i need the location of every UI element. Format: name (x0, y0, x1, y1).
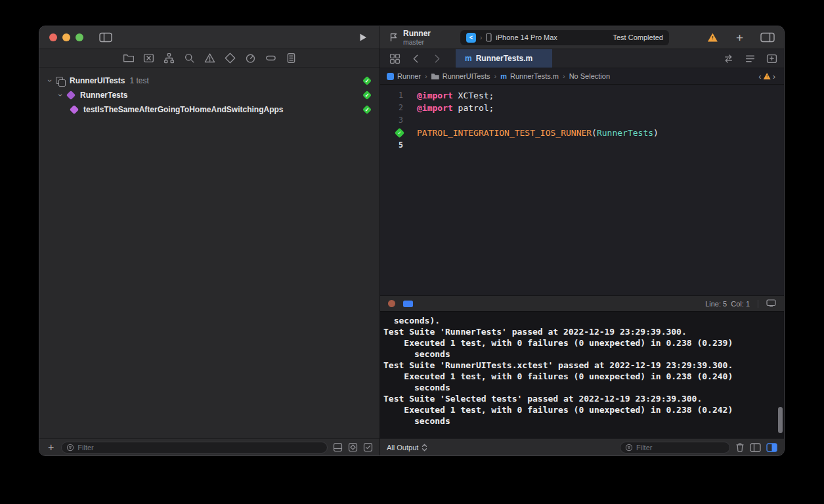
code-lines: 1@import XCTest;2@import patrol;3✓PATROL… (380, 89, 784, 152)
code-text: PATROL_INTEGRATION_TEST_IOS_RUNNER(Runne… (412, 127, 659, 139)
output-filter-label: All Output (387, 444, 418, 452)
code-line[interactable]: 2@import patrol; (380, 102, 784, 114)
test-pass-badge: ✓ (362, 76, 372, 85)
close-button[interactable] (49, 33, 57, 41)
breadcrumb-label: Runner (397, 72, 421, 80)
code-line[interactable]: 5 (380, 139, 784, 152)
disclosure-chevron-icon[interactable]: › (45, 76, 54, 85)
console-filter-input[interactable] (636, 444, 725, 452)
breakpoint-toggle-icon[interactable] (388, 300, 395, 307)
breadcrumb-separator: › (494, 72, 497, 80)
tree-row[interactable]: ›RunnerTests✓ (39, 88, 379, 102)
breadcrumb-item[interactable]: RunnerUITests (431, 72, 490, 80)
report-navigator-icon[interactable] (285, 52, 297, 64)
console-line: seconds (383, 415, 784, 427)
warning-badge-icon[interactable]: ! (708, 33, 718, 42)
run-destination: iPhone 14 Pro Max (496, 33, 557, 41)
scheme-selector[interactable]: Runner master (389, 29, 431, 47)
activity-status-bar[interactable]: < › iPhone 14 Pro Max Test Completed (460, 30, 669, 45)
breadcrumb-item[interactable]: mRunnerTests.m (500, 72, 559, 80)
minimap-icon[interactable] (745, 53, 756, 64)
test-navigator-icon[interactable] (224, 52, 236, 64)
line-number: 2 (380, 102, 412, 114)
console-line: Test Suite 'RunnerTests' passed at 2022-… (383, 326, 784, 337)
jump-bar: Runner›RunnerUITests›mRunnerTests.m›No S… (380, 68, 784, 85)
debug-navigator-icon[interactable] (244, 52, 256, 64)
show-only-tests-icon[interactable] (348, 442, 358, 452)
editor-tab[interactable]: m RunnerTests.m (456, 49, 552, 68)
tree-row[interactable]: ›RunnerUITests1 test✓ (39, 74, 379, 88)
tree-row[interactable]: testIsTheSameAfterGoingToHomeAndSwitchin… (39, 102, 379, 117)
folder-icon (431, 73, 439, 79)
scheme-icon (389, 33, 398, 42)
source-control-navigator-icon[interactable] (142, 52, 154, 64)
code-editor[interactable]: 1@import XCTest;2@import patrol;3✓PATROL… (380, 85, 784, 295)
code-line[interactable]: ✓PATROL_INTEGRATION_TEST_IOS_RUNNER(Runn… (380, 127, 784, 139)
minimize-button[interactable] (62, 33, 70, 41)
window-body: ›RunnerUITests1 test✓›RunnerTests✓testIs… (39, 49, 784, 455)
display-icon[interactable] (766, 299, 776, 308)
add-button[interactable]: + (46, 442, 56, 453)
breadcrumb-item[interactable]: No Selection (569, 72, 610, 80)
test-item-label: RunnerUITests (70, 76, 125, 85)
console-view-toggle-icon[interactable] (766, 443, 777, 452)
show-only-failed-tests-icon[interactable] (333, 442, 343, 452)
find-navigator-icon[interactable] (183, 52, 195, 64)
scheme-name: Runner (403, 29, 431, 38)
titlebar: Runner master < › iPhone 14 Pro Max Test… (39, 26, 784, 49)
console-line: Executed 1 test, with 0 failures (0 unex… (383, 337, 784, 348)
variables-view-toggle-icon[interactable] (750, 443, 761, 452)
breadcrumb-item[interactable]: Runner (387, 72, 421, 80)
breakpoint-navigator-icon[interactable] (265, 52, 276, 64)
gutter-test-pass-badge[interactable]: ✓ (380, 127, 412, 139)
test-method-icon (70, 105, 79, 115)
project-icon (387, 73, 394, 80)
filter-icon (66, 444, 74, 452)
test-pass-badge: ✓ (395, 128, 405, 138)
navigator-filter-field[interactable] (61, 442, 328, 453)
objc-file-icon: m (465, 54, 472, 63)
editor-layout-icon[interactable] (760, 32, 775, 43)
code-line[interactable]: 1@import XCTest; (380, 89, 784, 102)
disclosure-chevron-icon[interactable]: › (56, 91, 65, 100)
add-editor-icon[interactable] (766, 53, 777, 64)
code-review-icon[interactable] (723, 53, 734, 64)
issue-navigator-icon[interactable] (204, 52, 215, 64)
line-number: 3 (380, 114, 412, 127)
clear-console-icon[interactable] (735, 442, 745, 452)
console-line: seconds). (383, 315, 784, 326)
breadcrumb-separator: › (425, 72, 427, 80)
console-bottom-bar: All Output (380, 438, 784, 455)
tab-overview-icon[interactable] (389, 53, 401, 64)
next-issue-icon[interactable]: › (771, 72, 777, 81)
previous-issue-icon[interactable]: ‹ (756, 72, 763, 81)
console-line: seconds (383, 382, 784, 393)
code-text: @import XCTest; (412, 89, 494, 102)
console-output[interactable]: seconds).Test Suite 'RunnerTests' passed… (380, 312, 784, 438)
show-passed-tests-icon[interactable] (363, 442, 373, 452)
toggle-navigator-icon[interactable] (99, 32, 112, 43)
forward-button[interactable] (431, 53, 443, 64)
scrollbar-thumb[interactable] (778, 407, 783, 433)
back-button[interactable] (410, 53, 422, 64)
tab-label: RunnerTests.m (476, 54, 532, 63)
project-navigator-icon[interactable] (122, 52, 134, 64)
breadcrumb-label: No Selection (569, 72, 610, 80)
code-text (412, 114, 417, 127)
navigator-filter-input[interactable] (77, 444, 322, 452)
debug-view-toggle-icon[interactable] (403, 301, 413, 307)
breadcrumb-separator: › (563, 72, 565, 80)
objc-file-icon: m (500, 72, 507, 80)
line-number: 5 (380, 139, 412, 152)
issue-warning-icon[interactable]: ! (764, 73, 771, 79)
divider (758, 300, 758, 308)
symbol-navigator-icon[interactable] (163, 52, 175, 64)
console-filter-field[interactable] (620, 442, 730, 453)
console-line: Executed 1 test, with 0 failures (0 unex… (383, 404, 784, 415)
run-button[interactable] (357, 32, 369, 43)
add-tab-button[interactable]: + (736, 32, 743, 44)
code-line[interactable]: 3 (380, 114, 784, 127)
zoom-button[interactable] (76, 33, 83, 41)
navigator-panel: ›RunnerUITests1 test✓›RunnerTests✓testIs… (39, 49, 380, 455)
output-filter-dropdown[interactable]: All Output (387, 444, 427, 452)
